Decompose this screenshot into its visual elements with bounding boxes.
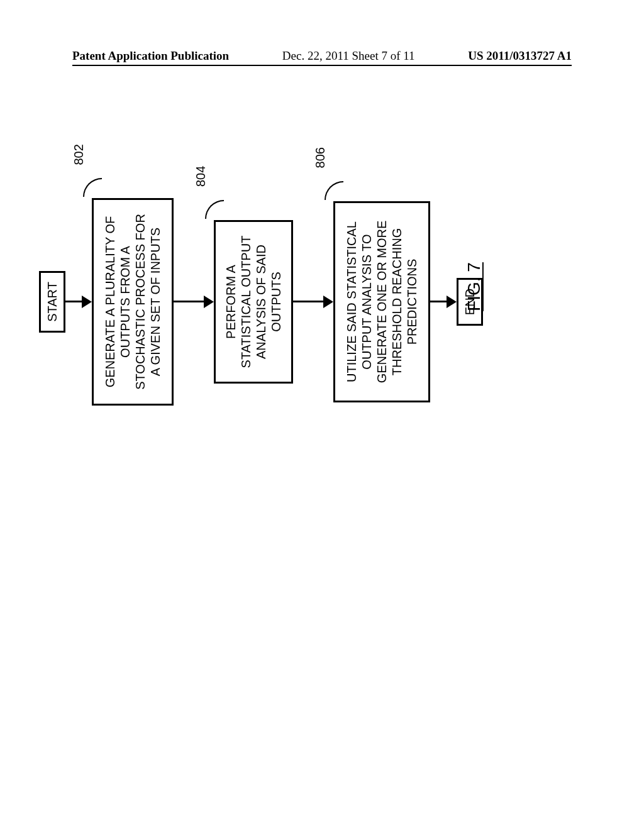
ref-connector	[205, 200, 224, 219]
page: Patent Application Publication Dec. 22, …	[0, 0, 644, 830]
step-804-text: PERFORM A STATISTICAL OUTPUT ANALYSIS OF…	[224, 236, 283, 368]
arrow-head-icon	[204, 296, 214, 308]
step-802-text: GENERATE A PLURALITY OF OUTPUTS FROM A S…	[103, 214, 162, 390]
ref-806: 806	[313, 147, 328, 168]
arrow-stem	[174, 301, 204, 303]
arrow-icon	[430, 296, 457, 308]
header-right: US 2011/0313727 A1	[468, 49, 572, 63]
arrow-icon	[65, 296, 92, 308]
start-label: START	[45, 282, 59, 322]
step-804-box: PERFORM A STATISTICAL OUTPUT ANALYSIS OF…	[214, 220, 293, 384]
arrow-stem	[430, 301, 447, 303]
ref-802: 802	[72, 144, 86, 165]
arrow-head-icon	[447, 296, 457, 308]
arrow-icon	[174, 296, 214, 308]
arrow-head-icon	[82, 296, 92, 308]
arrow-stem	[293, 301, 323, 303]
ref-connector	[325, 181, 343, 200]
ref-connector	[83, 178, 102, 197]
ref-804: 804	[194, 166, 208, 187]
step-802-wrap: GENERATE A PLURALITY OF OUTPUTS FROM A S…	[92, 198, 174, 406]
start-box: START	[39, 271, 65, 333]
flowchart: START GENERATE A PLURALITY OF OUTPUTS FR…	[39, 57, 483, 547]
step-806-wrap: UTILIZE SAID STATISTICAL OUTPUT ANALYSIS…	[333, 201, 430, 402]
step-802-box: GENERATE A PLURALITY OF OUTPUTS FROM A S…	[92, 198, 174, 406]
flowchart-container: START GENERATE A PLURALITY OF OUTPUTS FR…	[39, 57, 483, 547]
arrow-stem	[65, 301, 82, 303]
step-806-box: UTILIZE SAID STATISTICAL OUTPUT ANALYSIS…	[333, 201, 430, 402]
arrow-icon	[293, 296, 333, 308]
arrow-head-icon	[323, 296, 333, 308]
figure-label: FIG. 7	[464, 262, 484, 311]
step-806-text: UTILIZE SAID STATISTICAL OUTPUT ANALYSIS…	[345, 221, 419, 384]
step-804-wrap: PERFORM A STATISTICAL OUTPUT ANALYSIS OF…	[214, 220, 293, 384]
